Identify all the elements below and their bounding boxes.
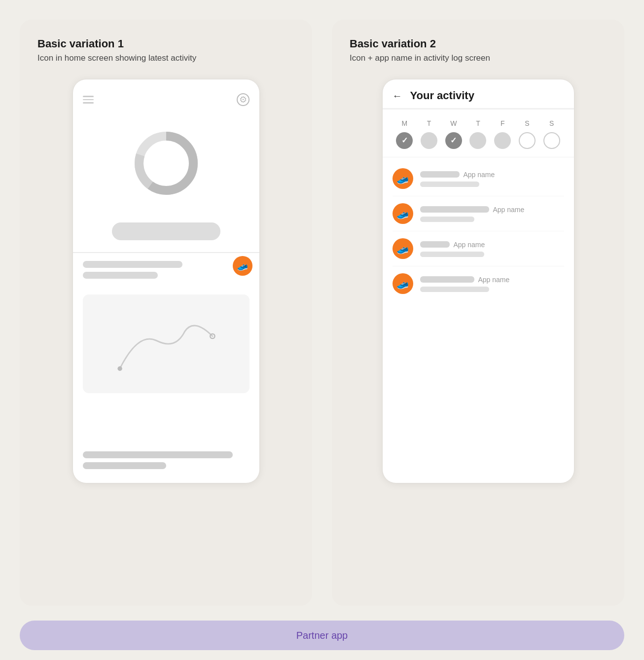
phone-header-1: ⚙ (83, 91, 250, 114)
activity-top-row-2: App name (420, 206, 564, 214)
days-row: M ✓ T W ✓ T (383, 110, 574, 157)
gear-icon[interactable]: ⚙ (237, 93, 250, 106)
list-bar-1 (83, 261, 183, 268)
activity-sub-bar-1 (420, 182, 479, 187)
activity-bar-top-3 (420, 241, 450, 248)
activity-top-row-3: App name (420, 241, 564, 249)
day-circle-S1 (519, 132, 536, 149)
activity-sub-bar-2 (420, 217, 474, 222)
shoe-icon-activity-2: 👟 (396, 208, 409, 220)
day-S2: S (543, 119, 560, 149)
shoe-icon-activity-3: 👟 (396, 243, 409, 255)
activity-top-row-4: App name (420, 276, 564, 284)
shoe-icon-1: 👟 (237, 260, 248, 271)
day-circle-F (494, 132, 511, 149)
variation-2-title: Basic variation 2 (350, 37, 607, 50)
day-S1: S (519, 119, 536, 149)
app-name-label-4: App name (478, 276, 510, 284)
back-arrow[interactable]: ← (393, 90, 402, 102)
list-bar-2 (83, 272, 158, 279)
activity-text-4: App name (420, 276, 564, 292)
partner-bar: Partner app (20, 621, 624, 650)
day-W: W ✓ (445, 119, 462, 149)
map-placeholder (83, 294, 250, 393)
day-T2: T (469, 119, 486, 149)
variation-1-title: Basic variation 1 (37, 37, 294, 50)
day-M: M ✓ (396, 119, 413, 149)
app-name-label-2: App name (493, 206, 525, 214)
day-circle-T2 (469, 132, 486, 149)
bottom-bar-2 (83, 462, 166, 469)
orange-badge-1: 👟 (233, 256, 252, 276)
phone-mockup-2: ← Your activity M ✓ T W (382, 79, 574, 483)
activity-bar-top-4 (420, 276, 474, 283)
activity-bar-top-2 (420, 206, 489, 213)
app-name-label-1: App name (464, 171, 495, 179)
day-circle-T1 (421, 132, 437, 149)
donut-chart-container (83, 114, 250, 213)
activity-text-3: App name (420, 241, 564, 257)
shoe-icon-activity-4: 👟 (396, 278, 409, 290)
activity-icon-1: 👟 (393, 168, 413, 189)
day-circle-W: ✓ (445, 132, 462, 149)
day-circle-S2 (543, 132, 560, 149)
v2-screen-title: Your activity (410, 89, 474, 102)
activity-item-4: 👟 App name (393, 266, 564, 301)
activity-list: 👟 App name 👟 (383, 157, 574, 483)
shoe-icon-activity-1: 👟 (396, 173, 409, 184)
day-circle-M: ✓ (396, 132, 413, 149)
activity-text-2: App name (420, 206, 564, 222)
progress-bar-placeholder (112, 222, 220, 240)
variation-2-subtitle: Icon + app name in activity log screen (350, 53, 607, 63)
list-section-1: 👟 (83, 261, 250, 289)
activity-icon-4: 👟 (393, 273, 413, 294)
activity-icon-2: 👟 (393, 203, 413, 224)
activity-item-1: 👟 App name (393, 161, 564, 196)
variation-1-subtitle: Icon in home screen showing latest activ… (37, 53, 294, 63)
activity-bar-top-1 (420, 171, 460, 178)
variation-1-panel: Basic variation 1 Icon in home screen sh… (20, 20, 312, 606)
activity-text-1: App name (420, 171, 564, 187)
bottom-bar-1 (83, 451, 233, 458)
activity-sub-bar-4 (420, 287, 489, 292)
activity-item-3: 👟 App name (393, 231, 564, 266)
v2-screen-header: ← Your activity (383, 79, 574, 109)
day-T1: T (421, 119, 437, 149)
app-name-label-3: App name (454, 241, 485, 249)
activity-item-2: 👟 App name (393, 196, 564, 231)
svg-point-3 (117, 366, 122, 370)
divider-1 (73, 252, 259, 253)
donut-chart (129, 126, 203, 200)
variation-2-panel: Basic variation 2 Icon + app name in act… (332, 20, 624, 606)
activity-icon-3: 👟 (393, 238, 413, 259)
partner-bar-label: Partner app (296, 630, 348, 641)
day-F: F (494, 119, 511, 149)
activity-top-row-1: App name (420, 171, 564, 179)
bottom-bars (83, 443, 250, 473)
activity-sub-bar-3 (420, 252, 484, 257)
hamburger-icon[interactable] (83, 96, 94, 104)
phone-mockup-1: ⚙ 👟 (72, 79, 260, 483)
map-path-svg (83, 294, 250, 387)
